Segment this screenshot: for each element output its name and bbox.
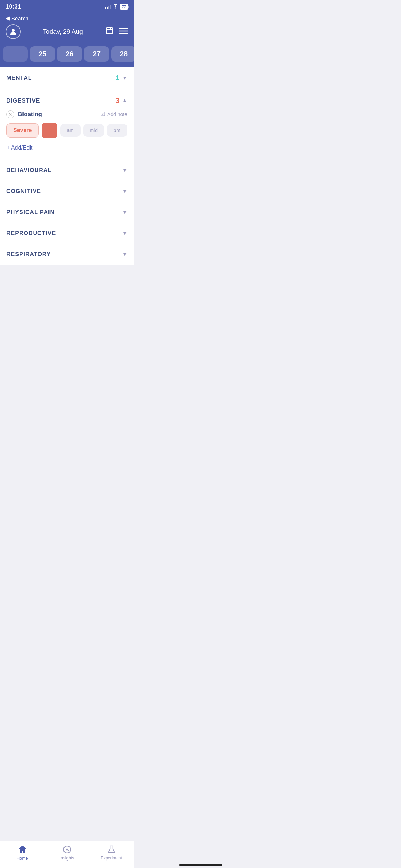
add-note-button[interactable]: Add note bbox=[100, 111, 127, 118]
signal-icon bbox=[105, 5, 111, 9]
date-strip: 25 26 27 28 29 bbox=[0, 43, 134, 67]
date-chip-28[interactable]: 28 bbox=[111, 46, 134, 62]
category-respiratory-title: RESPIRATORY bbox=[6, 251, 51, 258]
symptom-bloating-name: Bloating bbox=[18, 111, 97, 118]
svg-rect-1 bbox=[106, 28, 113, 34]
category-digestive: DIGESTIVE 3 ▼ ✕ Bloating bbox=[0, 89, 134, 160]
status-icons: 77 bbox=[105, 4, 128, 10]
category-digestive-title: DIGESTIVE bbox=[6, 98, 40, 104]
time-am-button[interactable]: am bbox=[60, 124, 81, 137]
category-reproductive-title: REPRODUCTIVE bbox=[6, 230, 56, 237]
nav-bar: ◀ Search Today, 29 Aug bbox=[0, 12, 134, 43]
back-button[interactable]: ◀ Search bbox=[6, 15, 128, 21]
severity-row: Severe am mid pm bbox=[6, 123, 127, 138]
respiratory-chevron-icon[interactable]: ▼ bbox=[122, 252, 127, 257]
behavioural-chevron-icon[interactable]: ▼ bbox=[122, 167, 127, 173]
main-content: MENTAL 1 ▼ DIGESTIVE 3 ▼ ✕ Bloating bbox=[0, 67, 134, 265]
date-chip-25[interactable]: 25 bbox=[30, 46, 55, 62]
nav-actions bbox=[105, 26, 128, 37]
mental-chevron-icon[interactable]: ▼ bbox=[122, 75, 127, 81]
category-respiratory-right: ▼ bbox=[122, 252, 127, 257]
severity-severe-button[interactable]: Severe bbox=[6, 123, 39, 138]
category-physical-pain-right: ▼ bbox=[122, 210, 127, 215]
category-mental-title: MENTAL bbox=[6, 75, 32, 81]
note-icon bbox=[100, 111, 106, 118]
reproductive-chevron-icon[interactable]: ▼ bbox=[122, 231, 127, 236]
time-pm-button[interactable]: pm bbox=[107, 124, 128, 137]
symptom-remove-button[interactable]: ✕ bbox=[6, 110, 14, 118]
category-behavioural: BEHAVIOURAL ▼ bbox=[0, 160, 134, 181]
back-label: Search bbox=[11, 15, 29, 21]
category-cognitive: COGNITIVE ▼ bbox=[0, 181, 134, 202]
category-reproductive-right: ▼ bbox=[122, 231, 127, 236]
calendar-icon[interactable] bbox=[105, 26, 114, 37]
add-edit-button[interactable]: + Add/Edit bbox=[6, 143, 127, 153]
cognitive-chevron-icon[interactable]: ▼ bbox=[122, 188, 127, 194]
category-digestive-count: 3 bbox=[115, 97, 119, 105]
status-bar: 10:31 77 bbox=[0, 0, 134, 12]
remove-x-icon: ✕ bbox=[8, 112, 12, 117]
category-physical-pain-title: PHYSICAL PAIN bbox=[6, 209, 55, 216]
date-chip-overflow[interactable] bbox=[3, 46, 28, 62]
category-mental-count: 1 bbox=[115, 74, 119, 82]
physical-pain-chevron-icon[interactable]: ▼ bbox=[122, 210, 127, 215]
back-arrow-icon: ◀ bbox=[6, 15, 10, 21]
category-respiratory: RESPIRATORY ▼ bbox=[0, 244, 134, 265]
digestive-chevron-icon[interactable]: ▼ bbox=[122, 98, 127, 104]
nav-date-title: Today, 29 Aug bbox=[43, 28, 83, 36]
category-behavioural-title: BEHAVIOURAL bbox=[6, 167, 52, 174]
date-chip-27[interactable]: 27 bbox=[84, 46, 109, 62]
date-chip-26[interactable]: 26 bbox=[57, 46, 82, 62]
category-mental-right: 1 ▼ bbox=[115, 74, 127, 82]
category-reproductive: REPRODUCTIVE ▼ bbox=[0, 223, 134, 244]
time-mid-button[interactable]: mid bbox=[83, 124, 104, 137]
symptom-bloating: ✕ Bloating Add note Seve bbox=[6, 110, 127, 153]
category-behavioural-right: ▼ bbox=[122, 167, 127, 173]
avatar[interactable] bbox=[6, 24, 21, 39]
category-cognitive-right: ▼ bbox=[122, 188, 127, 194]
battery-icon: 77 bbox=[120, 4, 128, 10]
category-physical-pain: PHYSICAL PAIN ▼ bbox=[0, 202, 134, 223]
add-note-label: Add note bbox=[107, 112, 127, 117]
category-digestive-right: 3 ▼ bbox=[115, 97, 127, 105]
user-icon bbox=[9, 27, 17, 36]
svg-point-0 bbox=[12, 29, 15, 32]
menu-icon[interactable] bbox=[119, 27, 128, 36]
status-time: 10:31 bbox=[6, 4, 21, 10]
wifi-icon bbox=[113, 4, 118, 10]
category-cognitive-title: COGNITIVE bbox=[6, 188, 41, 195]
color-swatch[interactable] bbox=[42, 123, 57, 138]
category-mental: MENTAL 1 ▼ bbox=[0, 67, 134, 89]
